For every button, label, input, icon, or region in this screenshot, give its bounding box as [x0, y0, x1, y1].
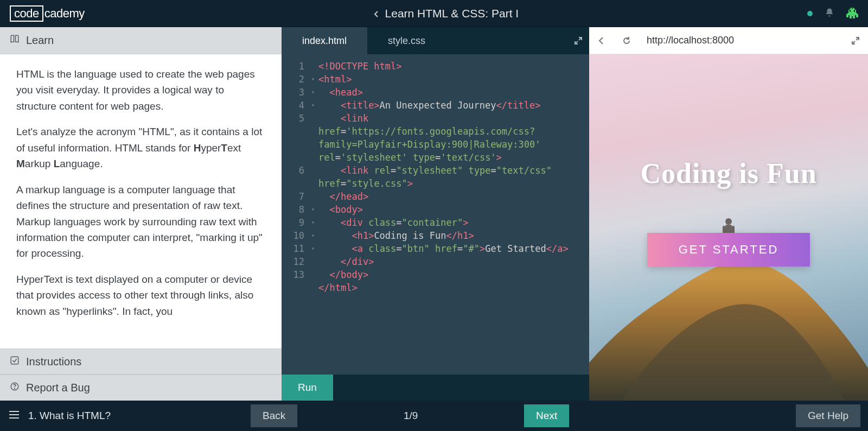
chevron-left-icon — [373, 7, 380, 20]
avatar-icon[interactable] — [846, 8, 858, 20]
instructions-header[interactable]: Instructions — [0, 348, 282, 375]
browser-expand-icon[interactable] — [843, 27, 868, 54]
cliff-image — [589, 259, 868, 401]
svg-rect-6 — [847, 13, 857, 14]
logo[interactable]: codecademy — [10, 5, 85, 22]
checkbox-icon — [10, 356, 20, 368]
progress-indicator: 1/9 — [303, 410, 519, 422]
book-icon — [10, 34, 20, 47]
browser-reload-icon[interactable] — [614, 27, 639, 54]
get-started-button[interactable]: GET STARTED — [647, 233, 810, 267]
code-content[interactable]: <!DOCTYPE html><html> <head> <title>An U… — [318, 60, 589, 375]
svg-rect-2 — [850, 9, 855, 10]
tab-index-html[interactable]: index.html — [282, 27, 367, 54]
svg-rect-9 — [856, 15, 858, 17]
browser-bar: http://localhost:8000 — [589, 27, 868, 54]
course-title[interactable]: Learn HTML & CSS: Part I — [373, 7, 519, 20]
top-bar: codecademy Learn HTML & CSS: Part I — [0, 0, 868, 27]
report-bug-header[interactable]: Report a Bug — [0, 375, 282, 401]
learn-content: HTML is the language used to create the … — [0, 54, 282, 348]
svg-rect-7 — [846, 14, 858, 15]
bell-icon[interactable] — [825, 8, 834, 20]
tab-style-css[interactable]: style.css — [367, 27, 446, 54]
learn-p1: HTML is the language used to create the … — [16, 66, 265, 114]
learn-header[interactable]: Learn — [0, 27, 282, 54]
expand-icon[interactable] — [567, 36, 589, 45]
svg-rect-1 — [853, 8, 854, 9]
hero-heading: Coding is Fun — [589, 157, 868, 189]
svg-rect-13 — [850, 10, 851, 12]
svg-rect-14 — [854, 10, 855, 12]
editor-panel: index.html style.css 12345678910111213 ▾… — [282, 27, 589, 401]
line-numbers: 12345678910111213 — [282, 60, 308, 375]
learn-p2: Let's analyze the acronym "HTML", as it … — [16, 124, 265, 172]
browser-back-icon[interactable] — [589, 27, 614, 54]
preview-panel: http://localhost:8000 Coding is Fun GET — [589, 27, 868, 401]
learn-p3: A markup language is a computer language… — [16, 182, 265, 262]
svg-rect-8 — [846, 15, 848, 17]
run-bar: Run — [282, 375, 589, 401]
learn-p4: HyperText is text displayed on a compute… — [16, 271, 265, 319]
editor-tabs: index.html style.css — [282, 27, 589, 54]
url-bar[interactable]: http://localhost:8000 — [639, 27, 843, 54]
svg-point-17 — [15, 388, 15, 389]
svg-rect-15 — [11, 357, 18, 364]
lesson-title: 1. What is HTML? — [28, 410, 245, 422]
svg-rect-12 — [853, 16, 855, 18]
learn-label: Learn — [26, 34, 54, 47]
top-icons — [807, 8, 858, 20]
svg-rect-10 — [850, 15, 855, 16]
run-button[interactable]: Run — [282, 375, 333, 401]
logo-rest: cademy — [44, 7, 85, 21]
back-button[interactable]: Back — [251, 404, 297, 427]
fold-gutter: ▾▾▾▾▾▾▾ — [308, 60, 318, 375]
svg-rect-5 — [848, 12, 856, 13]
hero-content: Coding is Fun GET STARTED — [589, 157, 868, 267]
left-panel: Learn HTML is the language used to creat… — [0, 27, 282, 401]
preview-viewport: Coding is Fun GET STARTED — [589, 54, 868, 401]
svg-rect-0 — [851, 8, 852, 9]
code-editor[interactable]: 12345678910111213 ▾▾▾▾▾▾▾ <!DOCTYPE html… — [282, 54, 589, 375]
status-dot-icon[interactable] — [807, 11, 813, 16]
instructions-label: Instructions — [26, 356, 81, 368]
svg-rect-11 — [850, 16, 852, 18]
report-bug-label: Report a Bug — [26, 382, 90, 394]
next-button[interactable]: Next — [524, 404, 569, 427]
question-icon — [10, 382, 20, 394]
bottom-bar: 1. What is HTML? Back 1/9 Next Get Help — [0, 401, 868, 431]
get-help-button[interactable]: Get Help — [796, 404, 860, 427]
logo-box: code — [10, 5, 43, 22]
menu-icon[interactable] — [8, 408, 23, 423]
course-title-text: Learn HTML & CSS: Part I — [385, 7, 519, 20]
